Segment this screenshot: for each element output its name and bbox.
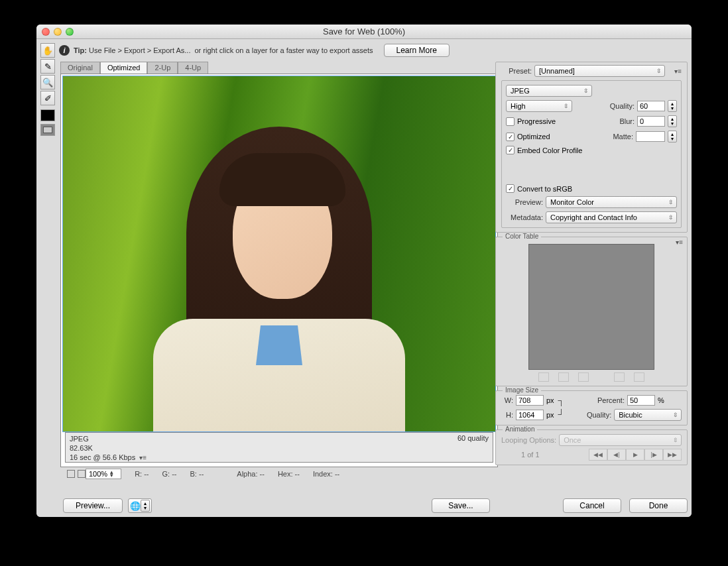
animation-section: Animation Looping Options: Once 1 of 1 ◀… [495, 429, 688, 465]
preview-profile-select[interactable]: Monitor Color [546, 196, 677, 208]
info-icon: i [59, 45, 70, 56]
save-for-web-dialog: Save for Web (100%) ✋ ✎ 🔍 ✐ i Tip: Use F… [36, 25, 692, 517]
link-dimensions-icon[interactable]: ┐ [558, 395, 565, 406]
quality-preset-select[interactable]: High [506, 100, 572, 112]
status-index: Index: -- [313, 470, 339, 478]
status-r: R: -- [135, 470, 149, 478]
grid-toggle2-icon[interactable] [78, 470, 86, 478]
save-button[interactable]: Save... [432, 498, 490, 513]
matte-stepper[interactable]: ▴▾ [668, 131, 677, 142]
color-table[interactable] [528, 244, 654, 370]
preset-section: Preset: [Unnamed] ▾≡ JPEG High Quality: … [495, 62, 688, 233]
metadata-select[interactable]: Copyright and Contact Info [546, 211, 677, 223]
color-table-section: Color Table ▾≡ [495, 237, 688, 386]
tool-strip: ✋ ✎ 🔍 ✐ [40, 43, 56, 136]
browser-preview-icon[interactable]: 🌐▴▾ [128, 498, 152, 513]
toggle-slices-icon[interactable] [40, 124, 55, 136]
tip-bar: i Tip: Use File > Export > Export As... … [59, 43, 493, 58]
next-frame-icon: |▶ [644, 449, 663, 461]
quality-stepper[interactable]: ▴▾ [668, 100, 677, 112]
last-frame-icon: ▶▶ [663, 449, 682, 461]
titlebar[interactable]: Save for Web (100%) [36, 25, 692, 39]
width-input[interactable] [516, 395, 544, 406]
preset-menu-icon[interactable]: ▾≡ [674, 68, 682, 75]
info-size: 82.63K [70, 443, 147, 453]
image-size-section: Image Size W: px ┐ Percent: % H: px ┘ [495, 390, 688, 425]
preview-button[interactable]: Preview... [63, 498, 123, 513]
status-b: B: -- [190, 470, 204, 478]
percent-input[interactable] [627, 395, 655, 406]
ct-snap-icon[interactable] [538, 372, 549, 382]
learn-more-button[interactable]: Learn More [384, 44, 450, 57]
height-input[interactable] [516, 410, 544, 420]
status-alpha: Alpha: -- [237, 470, 265, 478]
cancel-button[interactable]: Cancel [563, 498, 621, 513]
prev-frame-icon: ◀| [607, 449, 626, 461]
grid-toggle-icon[interactable] [67, 470, 75, 478]
play-icon: ▶ [626, 449, 644, 461]
tab-4up[interactable]: 4-Up [178, 62, 208, 74]
done-button[interactable]: Done [629, 498, 688, 513]
matte-color-swatch[interactable] [636, 131, 665, 142]
blur-stepper[interactable]: ▴▾ [668, 115, 677, 127]
status-g: G: -- [162, 470, 177, 478]
image-preview[interactable] [62, 76, 496, 432]
info-format: JPEG [70, 434, 147, 443]
tab-optimized[interactable]: Optimized [100, 62, 148, 74]
preset-select[interactable]: [Unnamed] [534, 65, 665, 77]
tab-original[interactable]: Original [60, 62, 100, 74]
window-title: Save for Web (100%) [36, 27, 692, 36]
looping-select: Once [559, 434, 682, 446]
resample-quality-select[interactable]: Bicubic [614, 409, 682, 421]
link-dimensions-icon2[interactable]: ┘ [558, 409, 565, 420]
hand-tool-icon[interactable]: ✋ [40, 43, 55, 58]
ct-new-icon[interactable] [614, 372, 625, 382]
blur-input[interactable] [637, 116, 665, 127]
quality-input[interactable] [637, 101, 665, 111]
tab-2up[interactable]: 2-Up [147, 62, 178, 74]
format-select[interactable]: JPEG [506, 85, 592, 97]
status-hex: Hex: -- [278, 470, 300, 478]
preview-panel: JPEG 82.63K 16 sec @ 56.6 Kbps ▾≡ 60 qua… [60, 74, 498, 467]
status-bar: 100%▴▾ R: -- G: -- B: -- Alpha: -- Hex: … [60, 467, 498, 481]
ct-lock-icon[interactable] [578, 372, 589, 382]
zoom-tool-icon[interactable]: 🔍 [40, 75, 55, 89]
convert-srgb-checkbox[interactable]: ✓Convert to sRGB [506, 184, 572, 193]
frame-counter: 1 of 1 [521, 451, 540, 459]
preview-tabs: Original Optimized 2-Up 4-Up [60, 62, 498, 74]
progressive-checkbox[interactable]: Progressive [506, 117, 556, 126]
ct-trash-icon[interactable] [634, 372, 644, 382]
color-table-menu-icon[interactable]: ▾≡ [676, 239, 683, 246]
eyedropper-tool-icon[interactable]: ✐ [40, 91, 55, 105]
ct-cube-icon[interactable] [558, 372, 569, 382]
info-time: 16 sec @ 56.6 Kbps [70, 453, 135, 461]
first-frame-icon: ◀◀ [589, 449, 607, 461]
preview-info-bar: JPEG 82.63K 16 sec @ 56.6 Kbps ▾≡ 60 qua… [65, 432, 493, 463]
info-quality: 60 quality [457, 434, 489, 461]
zoom-select[interactable]: 100%▴▾ [86, 469, 121, 479]
embed-profile-checkbox[interactable]: ✓Embed Color Profile [506, 146, 582, 154]
optimized-checkbox[interactable]: ✓Optimized [506, 133, 550, 141]
slice-select-tool-icon[interactable]: ✎ [40, 59, 55, 74]
foreground-color-swatch[interactable] [40, 109, 55, 121]
bandwidth-menu-icon[interactable]: ▾≡ [139, 454, 147, 461]
